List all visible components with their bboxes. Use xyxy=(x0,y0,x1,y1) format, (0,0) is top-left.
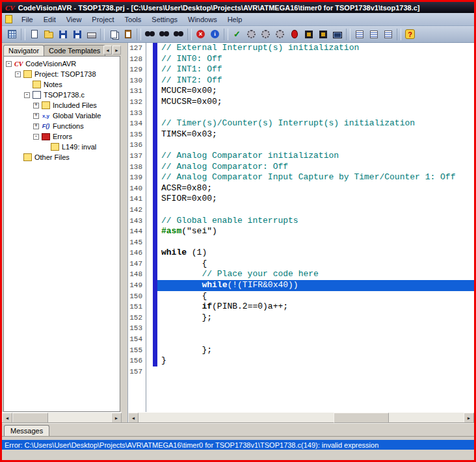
tree-expander-icon[interactable]: - xyxy=(15,71,21,77)
stop-compilation-button[interactable]: × xyxy=(194,27,207,41)
code-line-154[interactable]: 154 xyxy=(128,334,474,345)
menu-help[interactable]: Help xyxy=(222,14,248,25)
tree-expander-icon[interactable]: - xyxy=(6,61,12,67)
sidebar-scroll-track[interactable] xyxy=(12,413,111,422)
tab-code-templates[interactable]: Code Templates xyxy=(44,45,105,56)
sidebar-scroll-left-button[interactable]: ◄ xyxy=(2,413,12,422)
code-line-129[interactable]: 129// INT1: Off xyxy=(128,64,474,75)
chip-programmer-button[interactable] xyxy=(302,27,315,41)
menu-file[interactable]: File xyxy=(16,14,38,25)
information-button[interactable]: i xyxy=(208,27,222,41)
code-line-130[interactable]: 130// INT2: Off xyxy=(128,75,474,86)
find-next-button[interactable] xyxy=(157,27,171,41)
error-message-row[interactable]: Error: C:\Users\User\Desktop\Projects\AV… xyxy=(2,440,474,450)
tree-item-errors[interactable]: -Errors xyxy=(4,131,120,142)
code-line-149[interactable]: 149 while(!(TIFR&0x40)) xyxy=(128,280,474,291)
tree-item-error-l149[interactable]: L149: inval xyxy=(4,142,120,152)
code-line-136[interactable]: 136 xyxy=(128,140,474,151)
tree-expander-icon[interactable]: + xyxy=(33,113,39,119)
tree-expander-icon[interactable]: - xyxy=(33,134,39,140)
tree-item-other-files[interactable]: Other Files xyxy=(4,152,120,162)
code-line-141[interactable]: 141SFIOR=0x00; xyxy=(128,194,474,205)
tree-item-notes[interactable]: Notes xyxy=(4,79,120,90)
code-line-153[interactable]: 153 xyxy=(128,323,474,334)
code-line-144[interactable]: 144#asm("sei") xyxy=(128,226,474,237)
sidebar-scroll-right-button[interactable]: ► xyxy=(111,413,122,422)
code-line-131[interactable]: 131MCUCR=0x00; xyxy=(128,86,474,97)
editor-hscrollbar[interactable]: ◄ ► xyxy=(128,412,474,422)
editor-scroll-track[interactable] xyxy=(139,413,464,422)
debugger-button[interactable] xyxy=(287,27,301,41)
code-line-127[interactable]: 127// External Interrupt(s) initializati… xyxy=(128,43,474,54)
code-lines[interactable]: 127// External Interrupt(s) initializati… xyxy=(128,43,474,412)
code-line-145[interactable]: 145 xyxy=(128,237,474,248)
paste-button[interactable] xyxy=(121,27,135,41)
code-navigator-button[interactable] xyxy=(352,27,366,41)
menu-edit[interactable]: Edit xyxy=(38,14,61,25)
code-line-155[interactable]: 155 }; xyxy=(128,345,474,356)
sidebar-hscrollbar[interactable]: ◄ ► xyxy=(2,412,122,422)
code-line-157[interactable]: 157 xyxy=(128,366,474,378)
code-line-146[interactable]: 146while (1) xyxy=(128,248,474,259)
code-line-152[interactable]: 152 }; xyxy=(128,313,474,324)
code-line-128[interactable]: 128// INT0: Off xyxy=(128,54,474,65)
code-line-142[interactable]: 142 xyxy=(128,205,474,216)
code-line-133[interactable]: 133 xyxy=(128,108,474,119)
project-information-button[interactable] xyxy=(5,27,19,41)
code-line-137[interactable]: 137// Analog Comparator initialization xyxy=(128,151,474,162)
code-line-156[interactable]: 156} xyxy=(128,355,474,366)
print-button[interactable] xyxy=(85,27,98,41)
tree-expander-icon[interactable]: + xyxy=(33,103,39,109)
code-line-151[interactable]: 151 if(PINB.2==0)a++; xyxy=(128,302,474,313)
tab-scroll-left-button[interactable]: ◄ xyxy=(103,45,112,55)
new-file-button[interactable] xyxy=(27,27,41,41)
menu-project[interactable]: Project xyxy=(86,14,119,25)
save-file-button[interactable] xyxy=(56,27,70,41)
code-line-147[interactable]: 147 { xyxy=(128,259,474,270)
tree-item-project-tsop1738[interactable]: -Project: TSOP1738 xyxy=(4,69,120,79)
panel-splitter[interactable] xyxy=(122,43,127,422)
replace-button[interactable] xyxy=(172,27,185,41)
menu-tools[interactable]: Tools xyxy=(120,14,147,25)
editor-scroll-thumb[interactable] xyxy=(334,413,389,423)
code-line-138[interactable]: 138// Analog Comparator: Off xyxy=(128,162,474,173)
editor-scroll-left-button[interactable]: ◄ xyxy=(128,413,139,423)
check-syntax-button[interactable]: ✓ xyxy=(230,27,244,41)
tree-expander-icon[interactable]: + xyxy=(33,123,39,129)
editor-scroll-right-button[interactable]: ► xyxy=(464,413,474,423)
find-button[interactable] xyxy=(143,27,157,41)
tree-item-functions[interactable]: +F()Functions xyxy=(4,121,120,131)
sidebar-scroll-thumb[interactable] xyxy=(12,413,48,422)
menu-view[interactable]: View xyxy=(61,14,87,25)
code-information-button[interactable] xyxy=(367,27,380,41)
code-line-150[interactable]: 150 { xyxy=(128,291,474,302)
copy-button[interactable] xyxy=(107,27,120,41)
compile-button[interactable] xyxy=(245,27,258,41)
program-chip-button[interactable] xyxy=(316,27,330,41)
tree-item-included-files[interactable]: +Included Files xyxy=(4,100,120,110)
tab-messages[interactable]: Messages xyxy=(4,425,49,436)
code-line-148[interactable]: 148 // Place your code here xyxy=(128,269,474,280)
save-all-button[interactable] xyxy=(70,27,84,41)
code-line-134[interactable]: 134// Timer(s)/Counter(s) Interrupt(s) i… xyxy=(128,118,474,129)
menu-settings[interactable]: Settings xyxy=(146,14,183,25)
help-button[interactable]: ? xyxy=(403,27,417,41)
navigator-tree[interactable]: -CVCodeVisionAVR-Project: TSOP1738Notes-… xyxy=(3,56,120,412)
function-list-button[interactable] xyxy=(381,27,395,41)
serial-terminal-button[interactable] xyxy=(330,27,344,41)
code-line-143[interactable]: 143// Global enable interrupts xyxy=(128,216,474,227)
code-line-135[interactable]: 135TIMSK=0x03; xyxy=(128,129,474,140)
code-line-132[interactable]: 132MCUCSR=0x00; xyxy=(128,97,474,108)
code-line-140[interactable]: 140ACSR=0x80; xyxy=(128,183,474,194)
open-file-button[interactable] xyxy=(42,27,55,41)
tree-item-tsop1738-c[interactable]: -TSOP1738.c xyxy=(4,90,120,100)
tree-expander-icon[interactable]: - xyxy=(24,92,30,98)
code-line-139[interactable]: 139// Analog Comparator Input Capture by… xyxy=(128,172,474,183)
menu-windows[interactable]: Windows xyxy=(183,14,222,25)
make-project-button[interactable] xyxy=(259,27,272,41)
tree-item-codevisionavr[interactable]: -CVCodeVisionAVR xyxy=(4,58,120,69)
tab-scroll-right-button[interactable]: ► xyxy=(112,45,121,55)
tab-navigator[interactable]: Navigator xyxy=(3,45,44,56)
build-all-button[interactable] xyxy=(273,27,287,41)
tree-item-global-variables[interactable]: +x,yGlobal Variable xyxy=(4,110,120,121)
